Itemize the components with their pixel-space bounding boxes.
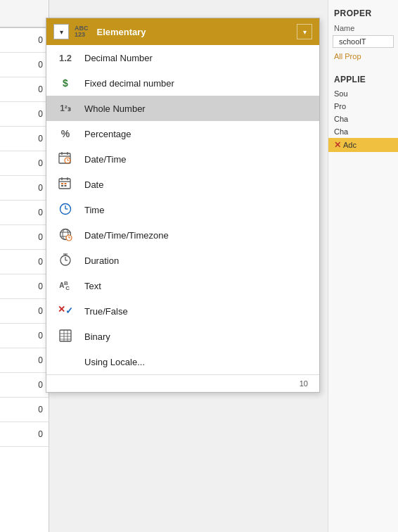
collapse-button[interactable]: ▾	[53, 24, 69, 39]
background-table: 0 0 0 0 0 0 0 0 0 0 0 0 0 0 0 0 0	[0, 0, 49, 532]
table-row: 0	[0, 250, 49, 274]
applied-item-1[interactable]: Sou	[328, 87, 398, 100]
table-row: 0	[0, 274, 49, 299]
svg-rect-12	[65, 183, 67, 184]
type-dropdown[interactable]: ▾ ABC 123 Elementary ▾ 1.2 Decimal Numbe…	[46, 18, 320, 393]
table-row: 0	[0, 373, 49, 398]
name-label: Name	[328, 21, 398, 34]
time-label: Time	[84, 205, 104, 215]
active-item-label: Adc	[343, 141, 357, 149]
text-icon: ABC	[58, 280, 73, 291]
table-row: 0	[0, 102, 49, 127]
datetime-tz-label: Date/Time/Timezone	[84, 230, 169, 241]
percent-icon: %	[58, 128, 73, 139]
datetime-tz-icon	[58, 227, 73, 243]
table-row: 0	[0, 176, 49, 201]
dropdown-item-decimal[interactable]: 1.2 Decimal Number	[46, 45, 319, 70]
dropdown-item-duration[interactable]: Duration	[46, 248, 319, 273]
svg-text:✓: ✓	[65, 305, 73, 316]
svg-rect-13	[61, 185, 63, 186]
table-row: 0	[0, 201, 49, 225]
decimal-label: Decimal Number	[84, 53, 153, 63]
properties-title: PROPER	[328, 0, 398, 21]
remove-icon: ✕	[334, 140, 341, 150]
decimal-icon: 1.2	[58, 53, 73, 63]
fixed-decimal-label: Fixed decimal number	[84, 78, 174, 89]
table-row: 0	[0, 77, 49, 102]
svg-text:✕: ✕	[58, 304, 65, 315]
table-row: 0	[0, 398, 49, 422]
applied-title: APPLIE	[328, 69, 398, 87]
dropdown-item-text[interactable]: ABC Text	[46, 273, 319, 298]
applied-section: APPLIE Sou Pro Cha Cha ✕ Adc	[328, 69, 398, 152]
properties-panel: PROPER Name schoolT All Prop APPLIE Sou …	[328, 0, 398, 532]
duration-icon	[58, 253, 73, 269]
table-row: 0	[0, 348, 49, 373]
table-row: 0	[0, 324, 49, 348]
dropdown-footer: 10	[46, 374, 319, 392]
table-row: 0	[0, 28, 49, 53]
binary-icon	[58, 329, 73, 345]
dropdown-header: ▾ ABC 123 Elementary ▾	[46, 18, 319, 45]
text-label: Text	[84, 281, 101, 291]
table-row: 0	[0, 225, 49, 250]
locale-label: Using Locale...	[84, 357, 145, 367]
whole-number-icon: 1²₃	[58, 103, 73, 113]
dropdown-item-fixed-decimal[interactable]: $ Fixed decimal number	[46, 70, 319, 96]
datetime-icon	[58, 151, 73, 167]
duration-label: Duration	[84, 255, 119, 266]
percentage-label: Percentage	[84, 129, 131, 139]
dropdown-item-datetime-tz[interactable]: Date/Time/Timezone	[46, 222, 319, 248]
table-header-row	[0, 0, 49, 28]
name-value: schoolT	[333, 35, 394, 48]
footer-value: 10	[300, 379, 308, 388]
applied-item-3[interactable]: Cha	[328, 113, 398, 125]
truefalse-label: True/False	[84, 306, 128, 317]
dollar-icon: $	[58, 77, 73, 89]
table-row: 0	[0, 422, 49, 447]
dropdown-item-truefalse[interactable]: ✕ ✓ True/False	[46, 298, 319, 324]
svg-rect-14	[65, 185, 67, 186]
date-icon	[58, 177, 73, 193]
type-icon: ABC 123	[75, 25, 89, 38]
date-label: Date	[84, 179, 103, 190]
dropdown-title: Elementary	[97, 27, 292, 37]
dropdown-item-time[interactable]: Time	[46, 197, 319, 222]
applied-item-2[interactable]: Pro	[328, 100, 398, 113]
svg-rect-32	[60, 330, 71, 341]
dropdown-item-binary[interactable]: Binary	[46, 324, 319, 349]
whole-number-label: Whole Number	[84, 103, 146, 114]
table-row: 0	[0, 299, 49, 324]
dropdown-item-datetime[interactable]: Date/Time	[46, 146, 319, 172]
dropdown-arrow-button[interactable]: ▾	[297, 24, 312, 39]
dropdown-item-locale[interactable]: Using Locale...	[46, 349, 319, 374]
dropdown-item-percentage[interactable]: % Percentage	[46, 121, 319, 146]
table-row: 0	[0, 127, 49, 151]
dropdown-item-date[interactable]: Date	[46, 172, 319, 197]
table-row: 0	[0, 151, 49, 176]
svg-rect-11	[61, 183, 63, 184]
dropdown-item-whole-number[interactable]: 1²₃ Whole Number	[46, 96, 319, 121]
all-prop-link[interactable]: All Prop	[328, 49, 398, 63]
time-icon	[58, 202, 73, 218]
applied-item-active[interactable]: ✕ Adc	[328, 138, 398, 152]
datetime-label: Date/Time	[84, 154, 126, 165]
truefalse-icon: ✕ ✓	[58, 304, 73, 319]
binary-label: Binary	[84, 331, 110, 342]
table-row: 0	[0, 53, 49, 77]
applied-item-4[interactable]: Cha	[328, 125, 398, 138]
